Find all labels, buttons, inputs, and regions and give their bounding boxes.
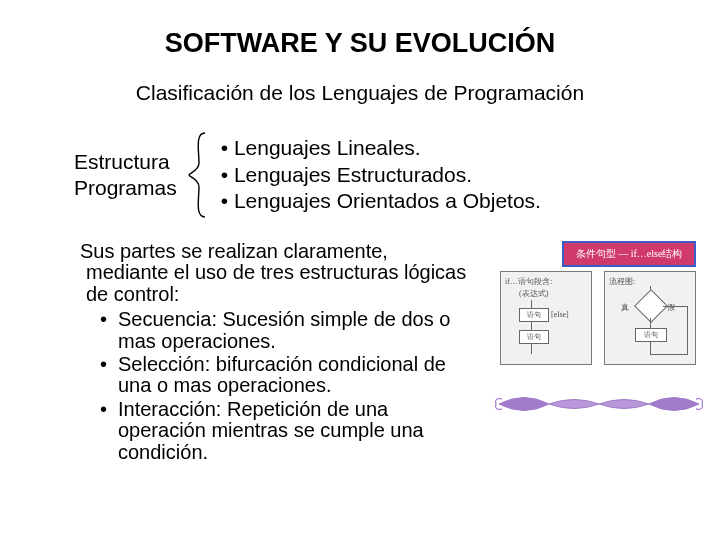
- left-brace-icon: [185, 131, 211, 219]
- d1-step: 语句: [519, 308, 549, 322]
- d2-branch-icon: [687, 306, 688, 354]
- d2-false: 假: [667, 302, 675, 313]
- brace-item: • Lenguajes Orientados a Objetos.: [221, 188, 541, 215]
- slide-title: SOFTWARE Y SU EVOLUCIÓN: [0, 28, 720, 59]
- body-list: Secuencia: Sucesión simple de dos o mas …: [72, 309, 472, 463]
- d2-header: 流程图:: [609, 276, 635, 287]
- list-item: Secuencia: Sucesión simple de dos o mas …: [100, 309, 472, 352]
- d2-true: 真: [621, 302, 629, 313]
- figure-caption-bar: 条件句型 — if…else结构: [562, 241, 696, 267]
- body-text: Sus partes se realizan claramente, media…: [72, 241, 472, 463]
- brace-group: Estructura Programas • Lenguajes Lineale…: [74, 131, 720, 219]
- d1-else: [else]: [551, 310, 569, 319]
- d2-branch-icon: [663, 306, 687, 307]
- diagram-selection: 流程图: 真 假 语句: [604, 271, 696, 365]
- brace-item: • Lenguajes Lineales.: [221, 135, 541, 162]
- figure-area: 条件句型 — if…else结构 if…语句段含: (表达式) 语句 [else…: [472, 241, 720, 463]
- d1-arrow-icon: [531, 344, 532, 354]
- brace-label: Estructura Programas: [74, 149, 177, 202]
- d2-branch-icon: [650, 354, 688, 355]
- brace-label-line2: Programas: [74, 176, 177, 199]
- lower-section: Sus partes se realizan claramente, media…: [0, 241, 720, 463]
- d2-arrow-icon: [650, 318, 651, 328]
- figure-boxes: if…语句段含: (表达式) 语句 [else] 语句 流程图: 真 假 语句: [500, 271, 696, 365]
- decorative-flourish-icon: [494, 389, 704, 419]
- slide-subtitle: Clasificación de los Lenguajes de Progra…: [0, 81, 720, 105]
- list-item: Selección: bifurcación condicional de un…: [100, 354, 472, 397]
- d1-step: 语句: [519, 330, 549, 344]
- d1-arrow-icon: [531, 322, 532, 330]
- list-item: Interacción: Repetición de una operación…: [100, 399, 472, 463]
- diagram-sequence: if…语句段含: (表达式) 语句 [else] 语句: [500, 271, 592, 365]
- d2-step: 语句: [635, 328, 667, 342]
- d1-arrow-icon: [531, 300, 532, 308]
- brace-item: • Lenguajes Estructurados.: [221, 162, 541, 189]
- brace-list: • Lenguajes Lineales. • Lenguajes Estruc…: [221, 135, 541, 216]
- d1-header: if…语句段含:: [505, 276, 552, 287]
- d1-sub: (表达式): [519, 288, 548, 299]
- brace-label-line1: Estructura: [74, 150, 170, 173]
- d2-arrow-icon: [650, 342, 651, 354]
- body-intro: Sus partes se realizan claramente, media…: [72, 241, 472, 305]
